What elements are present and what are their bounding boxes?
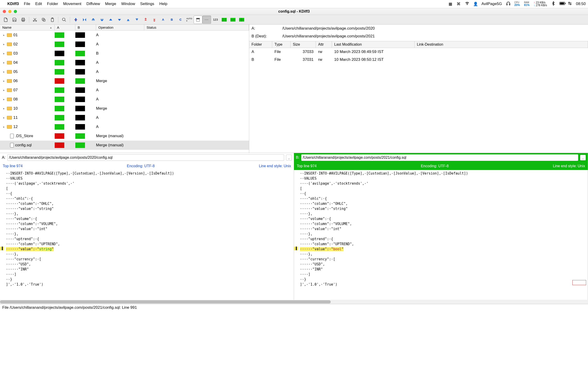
copy-icon[interactable] [39, 16, 48, 24]
tree-row[interactable]: ▸12A [0, 122, 249, 131]
overview-minimap[interactable] [572, 280, 586, 285]
diff-a-browse-button[interactable]: . [286, 155, 292, 161]
save-icon[interactable] [10, 16, 19, 24]
tree-header-b[interactable]: B [75, 25, 96, 30]
menu-folder[interactable]: Folder [47, 2, 58, 6]
prop-row[interactable]: AFile37033rw10 March 2023 08:49:59 IST [249, 48, 588, 56]
tree-row[interactable]: .DS_StoreMerge (manual) [0, 131, 249, 141]
tree-row[interactable]: ▸02A [0, 40, 249, 49]
select-b-button[interactable]: B [167, 16, 176, 24]
nav-center-icon[interactable] [71, 16, 80, 24]
window-close-button[interactable] [3, 10, 6, 13]
tree-row[interactable]: ▸10Merge [0, 104, 249, 113]
ram-meter[interactable]: RAM 81% [524, 1, 529, 6]
tree-header-name[interactable]: Name▲ [0, 25, 55, 30]
nav-cross-icon[interactable] [80, 16, 89, 24]
tree-row[interactable]: ▸07A [0, 85, 249, 95]
file-icon [10, 143, 14, 148]
tree-row[interactable]: ▸03B [0, 49, 249, 58]
tree-row[interactable]: config.sqlMerge (manual) [0, 141, 249, 150]
prop-hdr-lastmod[interactable]: Last Modification [332, 41, 415, 48]
command-icon[interactable]: ⌘ [457, 2, 461, 6]
tree-row-op: Merge (manual) [96, 141, 144, 150]
nav-down-small-icon[interactable] [132, 16, 141, 24]
nav-up-small-icon[interactable] [124, 16, 132, 24]
window-minimize-button[interactable] [8, 10, 11, 13]
tree-row[interactable]: ▸11A [0, 113, 249, 122]
tree-row-op: Merge (manual) [96, 131, 144, 141]
macos-menubar: KDiff3 File Edit Folder Movement Diffvie… [0, 0, 588, 8]
control-center-icon[interactable] [568, 1, 572, 7]
tree-row[interactable]: ▸04A [0, 58, 249, 67]
diff-b-browse-button[interactable]: . [580, 155, 586, 161]
directory-tree[interactable]: Name▲ A B Operation Status ▸01A▸02A▸03B▸… [0, 25, 249, 153]
folder-icon [7, 88, 12, 92]
bluetooth-icon[interactable] [551, 1, 555, 7]
tree-row[interactable]: ▸06Merge [0, 76, 249, 85]
menu-file[interactable]: File [24, 2, 30, 6]
nav-double-down-icon[interactable] [98, 16, 106, 24]
account-icon[interactable]: 👤 [473, 2, 477, 6]
svg-marker-26 [83, 18, 84, 21]
select-a-button[interactable]: A [159, 16, 167, 24]
layout-3-icon[interactable] [237, 16, 246, 24]
cpu-meter[interactable]: CPU 20% [514, 1, 520, 6]
window-zoom-button[interactable] [14, 10, 17, 13]
merge-down-icon[interactable] [150, 16, 159, 24]
layout-1-icon[interactable] [220, 16, 229, 24]
open-icon[interactable] [1, 16, 10, 24]
print-icon[interactable] [19, 16, 27, 24]
wifi-name[interactable]: AvilPage5G [481, 2, 502, 6]
select-c-button[interactable]: C [176, 16, 185, 24]
menu-help[interactable]: Help [159, 2, 167, 6]
line-numbers-icon[interactable]: 123 [211, 16, 220, 24]
search-icon[interactable] [60, 16, 69, 24]
prop-row[interactable]: BFile37031rw10 March 2023 08:50:12 IST [249, 56, 588, 64]
cut-icon[interactable] [31, 16, 39, 24]
menubar-clock[interactable]: 08:50 [576, 2, 586, 6]
nav-up-icon[interactable] [106, 16, 115, 24]
network-meter[interactable]: ↑ 23 KB/s ↓ 276 KB/s [534, 1, 547, 7]
svg-rect-44 [222, 18, 227, 22]
menu-diffview[interactable]: Diffview [86, 2, 100, 6]
folder-icon [7, 125, 12, 129]
menu-window[interactable]: Window [121, 2, 135, 6]
prop-hdr-size[interactable]: Size [291, 41, 316, 48]
tree-header-operation[interactable]: Operation [96, 25, 144, 30]
menu-merge[interactable]: Merge [105, 2, 116, 6]
svg-point-8 [570, 3, 571, 5]
merge-up-icon[interactable] [141, 16, 150, 24]
tree-row-name: 07 [13, 88, 18, 92]
tree-row[interactable]: ▸05A [0, 67, 249, 76]
svg-line-15 [34, 18, 36, 20]
battery-icon[interactable] [559, 2, 563, 6]
wifi-icon[interactable] [465, 1, 469, 7]
prop-hdr-linkdest[interactable]: Link-Destination [415, 41, 588, 48]
layout-2-icon[interactable] [229, 16, 237, 24]
menu-edit[interactable]: Edit [35, 2, 42, 6]
prop-hdr-attr[interactable]: Attr [316, 41, 332, 48]
diff-b-source[interactable]: ··INSERT·INTO·#AVILPAGE([Type],·[Custodi… [298, 170, 588, 300]
diff-a-source[interactable]: ··INSERT·INTO·#AVILPAGE([Type],·[Custodi… [4, 170, 294, 300]
app-name[interactable]: KDiff3 [7, 2, 19, 6]
split-toggle-icon[interactable] [194, 16, 202, 24]
nav-double-up-icon[interactable] [89, 16, 98, 24]
menu-settings[interactable]: Settings [140, 2, 154, 6]
svg-marker-37 [136, 19, 138, 20]
prop-hdr-folder[interactable]: Folder [249, 41, 272, 48]
stage-manager-icon[interactable]: ▦ [448, 2, 452, 6]
paste-icon[interactable] [48, 16, 57, 24]
diff-a-path-input[interactable] [7, 154, 284, 161]
headphones-icon[interactable] [506, 1, 510, 7]
horizontal-scrollbar[interactable] [0, 300, 588, 304]
whitespace-icon[interactable]: ··· [202, 16, 211, 24]
tree-header-a[interactable]: A [55, 25, 75, 30]
prop-hdr-type[interactable]: Type [272, 41, 291, 48]
auto-merge-icon[interactable]: AUTO▾ [185, 16, 194, 24]
tree-row[interactable]: ▸08A [0, 95, 249, 104]
tree-header-status[interactable]: Status [144, 25, 249, 30]
nav-down-icon[interactable] [115, 16, 124, 24]
menu-movement[interactable]: Movement [63, 2, 81, 6]
diff-b-path-input[interactable] [301, 154, 578, 161]
tree-row[interactable]: ▸01A [0, 31, 249, 40]
